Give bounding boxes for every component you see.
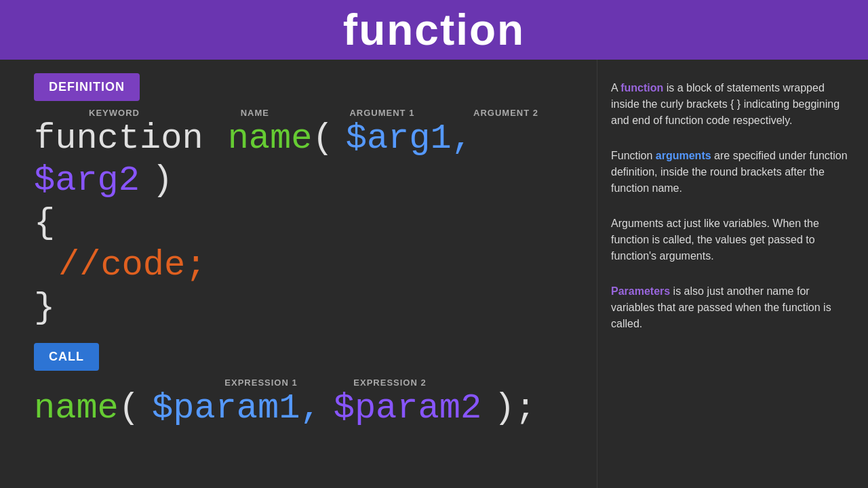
paren-close-token: )	[152, 160, 173, 202]
call-section: CALL EXPRESSION 1 EXPRESSION 2 name ( $p…	[34, 343, 563, 430]
definition-line-3: //code;	[34, 245, 563, 287]
info-block-2: Function arguments are specified under f…	[611, 148, 848, 197]
paragraph-1: A function is a block of statements wrap…	[611, 80, 848, 129]
info-block-1: A function is a block of statements wrap…	[611, 80, 848, 129]
left-panel: DEFINITION KEYWORD NAME ARGUMENT 1 ARGUM…	[0, 60, 597, 488]
brace-open-token: {	[34, 203, 55, 245]
call-paren-open-token: (	[119, 388, 140, 430]
para4-highlight: Parameters	[611, 285, 670, 297]
keyword-token: function	[34, 118, 203, 160]
label-argument2: ARGUMENT 2	[449, 108, 563, 118]
arg2-token: $arg2	[34, 160, 140, 202]
comment-token: //code;	[58, 245, 206, 287]
right-panel: A function is a block of statements wrap…	[597, 60, 868, 488]
para2-before: Function	[611, 150, 656, 161]
label-expression1: EXPRESSION 1	[197, 378, 326, 388]
call-badge: CALL	[34, 343, 99, 371]
paragraph-3: Arguments act just like variables. When …	[611, 216, 848, 264]
call-line-1: name ( $param1, $param2 ) ;	[34, 388, 563, 430]
para2-highlight: arguments	[656, 150, 711, 161]
paragraph-2: Function arguments are specified under f…	[611, 148, 848, 197]
label-expression2: EXPRESSION 2	[326, 378, 454, 388]
arg1-token: $arg1,	[346, 118, 473, 160]
param2-token: $param2	[334, 388, 481, 430]
label-argument1: ARGUMENT 1	[315, 108, 449, 118]
brace-close-token: }	[34, 287, 55, 329]
paren-open-token: (	[312, 118, 333, 160]
label-name: NAME	[195, 108, 315, 118]
definition-line-1: function name ( $arg1, $arg2 )	[34, 118, 563, 203]
label-keyword: KEYWORD	[34, 108, 195, 118]
call-code-block: EXPRESSION 1 EXPRESSION 2 name ( $param1…	[34, 378, 563, 430]
para1-before: A	[611, 82, 620, 94]
call-labels-row: EXPRESSION 1 EXPRESSION 2	[34, 378, 563, 388]
paragraph-4: Parameters is also just another name for…	[611, 283, 848, 332]
para1-highlight: function	[620, 82, 663, 94]
main-content: DEFINITION KEYWORD NAME ARGUMENT 1 ARGUM…	[0, 60, 868, 488]
definition-code-block: KEYWORD NAME ARGUMENT 1 ARGUMENT 2 funct…	[34, 108, 563, 329]
page-title: function	[343, 5, 525, 55]
info-block-4: Parameters is also just another name for…	[611, 283, 848, 332]
page-header: function	[0, 0, 868, 60]
function-name-token: name	[228, 118, 313, 160]
definition-line-4: }	[34, 287, 563, 329]
call-paren-close-token: )	[494, 388, 515, 430]
param1-token: $param1,	[152, 388, 321, 430]
semicolon-token: ;	[515, 388, 536, 430]
definition-labels-row: KEYWORD NAME ARGUMENT 1 ARGUMENT 2	[34, 108, 563, 118]
definition-badge: DEFINITION	[34, 73, 140, 101]
definition-line-2: {	[34, 203, 563, 245]
info-block-3: Arguments act just like variables. When …	[611, 216, 848, 264]
call-name-token: name	[34, 388, 119, 430]
definition-section: DEFINITION KEYWORD NAME ARGUMENT 1 ARGUM…	[34, 73, 563, 329]
